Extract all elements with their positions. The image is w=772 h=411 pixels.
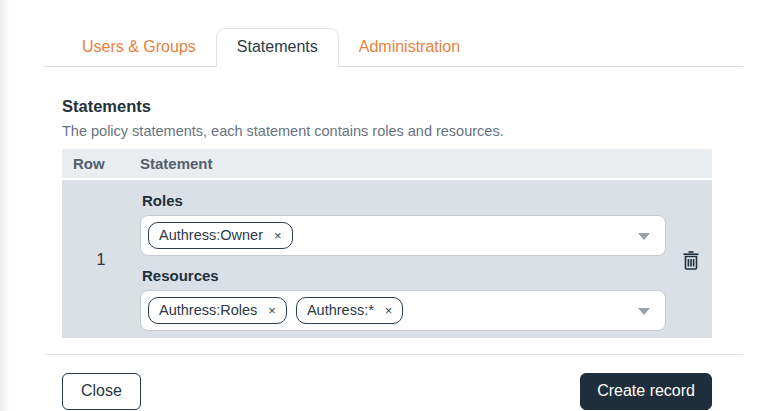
panel-left-shadow [0, 0, 9, 411]
roles-label: Roles [142, 192, 666, 209]
remove-tag-icon[interactable]: × [274, 229, 282, 242]
resources-label: Resources [142, 267, 666, 284]
statement-fields: Roles Authress:Owner × Resources Authres… [140, 189, 666, 331]
create-record-button[interactable]: Create record [580, 373, 712, 410]
row-number: 1 [62, 189, 140, 331]
chevron-down-icon[interactable] [638, 308, 650, 315]
resource-tag-label: Authress:Roles [159, 302, 257, 318]
remove-tag-icon[interactable]: × [268, 304, 276, 317]
resource-tag: Authress:* × [296, 297, 404, 324]
tab-statements[interactable]: Statements [216, 28, 339, 67]
tab-users-groups[interactable]: Users & Groups [62, 29, 216, 66]
roles-multiselect[interactable]: Authress:Owner × [140, 215, 666, 256]
statements-section: Statements The policy statements, each s… [62, 97, 712, 338]
table-row: 1 Roles Authress:Owner × Resources Authr… [62, 180, 712, 338]
resource-tag-label: Authress:* [307, 302, 374, 318]
remove-tag-icon[interactable]: × [385, 304, 393, 317]
resource-tag: Authress:Roles × [148, 297, 287, 324]
delete-row-button[interactable] [683, 251, 699, 270]
role-tag: Authress:Owner × [148, 222, 293, 249]
resources-multiselect[interactable]: Authress:Roles × Authress:* × [140, 290, 666, 331]
trash-icon [683, 251, 699, 270]
section-description: The policy statements, each statement co… [62, 123, 712, 139]
footer-actions: Close Create record [62, 373, 712, 410]
role-tag-label: Authress:Owner [159, 227, 263, 243]
chevron-down-icon[interactable] [638, 233, 650, 240]
column-header-statement: Statement [140, 155, 213, 172]
footer-divider [45, 354, 743, 355]
row-actions [670, 189, 712, 331]
tab-administration[interactable]: Administration [339, 29, 480, 66]
statements-table: Row Statement 1 Roles Authress:Owner × R… [62, 149, 712, 338]
close-button[interactable]: Close [62, 373, 141, 410]
column-header-row: Row [62, 155, 140, 172]
page-title: Statements [62, 97, 712, 116]
table-header-row: Row Statement [62, 149, 712, 178]
tab-bar: Users & Groups Statements Administration [44, 28, 743, 67]
